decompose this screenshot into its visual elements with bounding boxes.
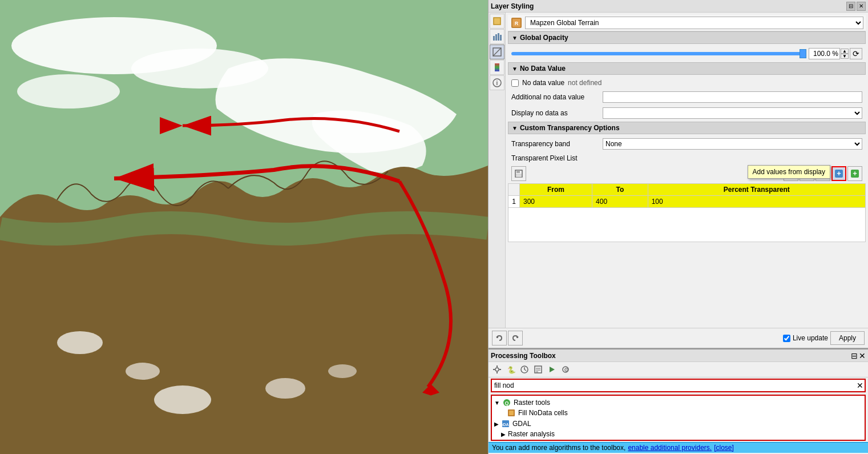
svg-rect-40 <box>496 365 498 367</box>
gdal-icon: GDAL <box>501 419 510 428</box>
svg-text:+: + <box>853 169 857 178</box>
undo-redo-controls <box>492 331 523 345</box>
gdal-arrow: ▶ <box>494 421 499 427</box>
layer-styling-panel: Layer Styling ⊟ ✕ <box>488 0 868 348</box>
fill-nodata-label: Fill NoData cells <box>518 409 568 417</box>
add-pixel-button[interactable]: + <box>847 166 862 181</box>
processing-toolbox-panel: Processing Toolbox ⊟ ✕ <box>488 348 868 454</box>
close-button[interactable]: ✕ <box>857 2 866 11</box>
fill-nodata-item[interactable]: Fill NoData cells <box>493 408 863 418</box>
svg-rect-43 <box>499 369 501 370</box>
layer-icon-btn[interactable] <box>490 14 504 29</box>
empty-row <box>508 208 866 242</box>
pixel-table: From To Percent Transparent 1 300 400 10… <box>508 183 866 242</box>
tooltip-text: Add values from display <box>753 168 825 176</box>
add-from-display-button[interactable]: + <box>831 166 846 181</box>
table-header-from: From <box>520 184 592 196</box>
additional-nodata-input[interactable] <box>603 91 862 103</box>
no-data-checkbox[interactable] <box>511 79 519 87</box>
pt-info-bar: You can add more algorithms to the toolb… <box>488 442 868 453</box>
pt-toolbar: 🐍 <box>488 362 868 377</box>
display-nodata-select[interactable] <box>603 107 862 119</box>
band-label: Transparency band <box>511 140 603 148</box>
svg-text:🐍: 🐍 <box>507 365 515 374</box>
pt-search-clear-button[interactable]: ✕ <box>855 381 865 390</box>
pt-settings-icon[interactable] <box>491 363 503 376</box>
pt-info-message: You can add more algorithms to the toolb… <box>492 444 625 452</box>
svg-point-5 <box>126 363 160 380</box>
opacity-value-input[interactable] <box>809 48 840 59</box>
redo-button[interactable] <box>508 331 523 345</box>
svg-rect-17 <box>500 35 502 41</box>
opacity-spin-down[interactable]: ▼ <box>841 54 849 59</box>
opacity-slider[interactable] <box>511 52 806 55</box>
pt-info-link[interactable]: enable additional providers. <box>628 444 712 452</box>
gdal-group: ▶ GDAL GDAL <box>493 419 863 429</box>
pixel-list-toolbar: ▤ − <box>508 165 866 182</box>
svg-rect-20 <box>495 63 499 71</box>
additional-nodata-label: Additional no data value <box>511 93 603 101</box>
svg-point-8 <box>328 364 357 378</box>
percent-value[interactable]: 100 <box>648 196 865 208</box>
raster-tools-header[interactable]: ▼ Q Raster tools <box>493 397 863 408</box>
gdal-label: GDAL <box>512 420 531 428</box>
fill-nodata-icon <box>507 408 516 417</box>
opacity-control-row: ▲ ▼ ⟳ <box>508 46 866 61</box>
live-update-checkbox[interactable] <box>783 335 790 342</box>
pt-title: Processing Toolbox <box>491 352 556 360</box>
metadata-icon-btn[interactable]: i <box>490 75 504 90</box>
layer-name-select[interactable]: Mapzen Global Terrain <box>525 17 863 29</box>
table-header-rownum <box>508 184 520 196</box>
opacity-title: Global Opacity <box>520 34 568 42</box>
svg-point-39 <box>495 368 499 371</box>
table-header-to: To <box>592 184 648 196</box>
global-opacity-section[interactable]: ▼ Global Opacity <box>508 31 866 44</box>
transparency-icon-btn[interactable] <box>490 45 504 59</box>
from-value[interactable]: 300 <box>520 196 592 208</box>
raster-analysis-header[interactable]: ▶ Raster analysis <box>500 429 863 439</box>
pt-options-icon[interactable]: ⚙ <box>559 363 572 376</box>
live-update-label: Live update <box>793 334 828 342</box>
svg-text:Q: Q <box>504 400 508 406</box>
undo-button[interactable] <box>492 331 507 345</box>
undock-button[interactable]: ⊟ <box>846 2 855 11</box>
search-container: ✕ <box>491 379 866 392</box>
raster-tools-arrow: ▼ <box>494 400 500 406</box>
gdal-header[interactable]: ▶ GDAL GDAL <box>493 419 863 429</box>
svg-rect-16 <box>498 33 499 41</box>
map-canvas <box>0 0 488 454</box>
no-data-label: No data value <box>522 79 564 87</box>
apply-button[interactable]: Apply <box>830 331 865 345</box>
pt-tree: ▼ Q Raster tools <box>491 395 866 441</box>
opacity-spin-up[interactable]: ▲ <box>841 49 849 54</box>
pt-run-icon[interactable] <box>546 363 558 376</box>
svg-rect-13 <box>494 18 500 24</box>
custom-transparency-section[interactable]: ▼ Custom Transparency Options <box>508 122 866 134</box>
histogram-icon-btn[interactable] <box>490 29 504 44</box>
no-data-section[interactable]: ▼ No Data Value <box>508 62 866 75</box>
nodata-arrow: ▼ <box>512 66 518 72</box>
pt-close-icon[interactable]: ✕ <box>859 351 866 360</box>
band-select[interactable]: None <box>603 138 862 150</box>
display-nodata-label: Display no data as <box>511 109 603 117</box>
no-data-checkbox-row: No data value not defined <box>508 77 866 89</box>
pt-header-icons: ⊟ ✕ <box>851 351 866 360</box>
pt-search-input[interactable] <box>492 380 855 391</box>
pt-python-icon[interactable]: 🐍 <box>504 363 517 376</box>
opacity-reset-button[interactable]: ⟳ <box>850 48 862 59</box>
raster-tools-label: Raster tools <box>514 399 550 407</box>
pt-history-icon[interactable] <box>518 363 531 376</box>
to-value[interactable]: 400 <box>592 196 648 208</box>
transparency-title: Custom Transparency Options <box>520 124 620 132</box>
transparency-band-row: Transparency band None <box>508 136 866 151</box>
svg-rect-58 <box>509 411 514 415</box>
bottom-controls: Live update Apply <box>488 328 868 348</box>
pt-results-icon[interactable] <box>532 363 544 376</box>
colormap-icon-btn[interactable] <box>490 60 504 75</box>
save-pixel-button[interactable] <box>511 166 526 181</box>
pt-info-close[interactable]: [close] <box>714 444 734 452</box>
svg-text:GDAL: GDAL <box>502 423 510 427</box>
svg-line-47 <box>524 369 526 371</box>
pt-undock-icon[interactable]: ⊟ <box>851 351 858 360</box>
svg-rect-15 <box>495 34 497 41</box>
